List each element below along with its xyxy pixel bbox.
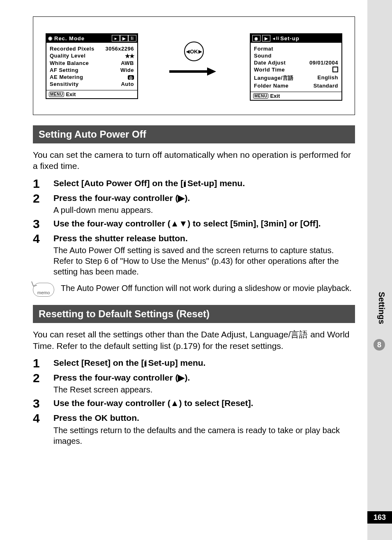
step-body: Use the four-way controller (▲) to selec…: [53, 397, 355, 410]
step-number: 1: [33, 357, 53, 369]
transition-arrow-block: ◀ OK ▶: [169, 42, 219, 75]
step-title: Press the four-way controller (▶).: [53, 192, 355, 204]
step: 1Select [Reset] on the [Iİ Set-up] menu.: [33, 357, 355, 369]
step: 3Use the four-way controller (▲) to sele…: [33, 397, 355, 410]
lcd-row: Format: [254, 45, 338, 52]
step-body: Select [Auto Power Off] on the [Iİ Set-u…: [53, 178, 355, 190]
step-title: Use the four-way controller (▲) to selec…: [53, 397, 355, 409]
step-body: Press the shutter release button.The Aut…: [53, 233, 355, 277]
step-number: 4: [33, 412, 53, 446]
section1-intro: You can set the camera to turn off autom…: [33, 149, 355, 172]
lcd-row-value: ★★: [125, 53, 134, 59]
triangle-left-icon: ◀: [186, 49, 189, 54]
lcd-row-value: English: [318, 74, 338, 82]
step-title: Select [Auto Power Off] on the [Iİ Set-u…: [53, 178, 355, 189]
lcd-row-label: AE Metering: [50, 74, 83, 80]
step-body: Press the OK button.The settings return …: [53, 412, 355, 446]
lcd-row: Language/言語English: [254, 74, 338, 82]
lcd-row-value: ◎: [128, 74, 134, 80]
chapter-number-badge: 8: [374, 339, 385, 351]
step: 2Press the four-way controller (▶).The R…: [33, 372, 355, 395]
step-description: The settings return to the defaults and …: [53, 425, 355, 446]
lcd-row: AE Metering◎: [50, 74, 134, 81]
lcd-row: World Time: [254, 66, 338, 74]
lcd-row-label: World Time: [254, 67, 285, 74]
lcd-row-value: [332, 67, 338, 74]
rec-mode-footer: MENU Exit: [46, 90, 137, 98]
big-arrow-icon: [169, 67, 219, 75]
tab-arrow-icon: ▸: [112, 35, 120, 42]
lcd-row: Sound: [254, 52, 338, 59]
step-title: Use the four-way controller (▲▼) to sele…: [53, 218, 355, 229]
lcd-row: Quality Level★★: [50, 52, 134, 60]
step: 4Press the shutter release button.The Au…: [33, 233, 355, 277]
section2-intro: You can reset all the settings other tha…: [33, 329, 355, 351]
ok-button-icon: ◀ OK ▶: [184, 42, 204, 61]
step-description: The Auto Power Off setting is saved and …: [53, 245, 355, 277]
setup-screen: ◉ ▶ ◂ Ii Set-up FormatSoundDate Adjust09…: [250, 33, 342, 101]
camera-icon: ◉: [48, 35, 53, 41]
setup-titlebar: ◉ ▶ ◂ Ii Set-up: [251, 34, 341, 42]
lcd-row-value: 09/01/2004: [309, 60, 338, 66]
lcd-row-value: Auto: [121, 81, 134, 87]
step-body: Select [Reset] on the [Iİ Set-up] menu.: [53, 357, 355, 369]
lcd-row-value: Standard: [314, 83, 338, 89]
tab-tools-icon: Ii: [128, 35, 136, 42]
lcd-row-label: Format: [254, 46, 273, 52]
sidebar-section-label: Settings: [377, 292, 386, 324]
tools-icon: Iİ: [144, 359, 146, 369]
figure-box: ◉ Rec. Mode ▸ ▶ Ii Recorded Pixels3056x2…: [33, 16, 355, 115]
tab-play-icon: ▶: [120, 35, 128, 42]
lcd-row-label: Quality Level: [50, 53, 85, 59]
arrow-left-icon: ◂: [273, 36, 275, 41]
menu-badge: MENU: [253, 93, 268, 99]
setup-title: Set-up: [280, 35, 299, 42]
lcd-row: AF SettingWide: [50, 67, 134, 74]
tools-icon: Ii: [276, 36, 279, 41]
lcd-row-value: AWB: [121, 60, 134, 66]
rec-mode-titlebar: ◉ Rec. Mode ▸ ▶ Ii: [46, 34, 137, 42]
setup-footer: MENU Exit: [251, 92, 341, 100]
lcd-row-value: Wide: [120, 67, 134, 73]
step-description: The Reset screen appears.: [53, 384, 355, 395]
lcd-row: Date Adjust09/01/2004: [254, 59, 338, 66]
section-header-auto-power-off: Setting Auto Power Off: [33, 125, 355, 143]
lcd-row-label: Recorded Pixels: [50, 46, 95, 52]
page-content: ◉ Rec. Mode ▸ ▶ Ii Recorded Pixels3056x2…: [0, 0, 392, 465]
step-title: Select [Reset] on the [Iİ Set-up] menu.: [53, 357, 355, 369]
step: 2Press the four-way controller (▶).A pul…: [33, 192, 355, 215]
exit-label: Exit: [270, 93, 280, 99]
step-number: 1: [33, 178, 53, 190]
tools-icon: Iİ: [183, 180, 185, 189]
lcd-row: White BalanceAWB: [50, 60, 134, 67]
step-body: Use the four-way controller (▲▼) to sele…: [53, 218, 355, 230]
lcd-row-label: White Balance: [50, 60, 89, 66]
memo-text: The Auto Power Off function will not wor…: [61, 283, 355, 293]
step-title: Press the shutter release button.: [53, 233, 355, 244]
exit-label: Exit: [66, 91, 76, 97]
step-number: 3: [33, 218, 53, 230]
metering-icon: ◎: [128, 75, 134, 80]
step-description: A pull-down menu appears.: [53, 205, 355, 215]
lcd-row: SensitivityAuto: [50, 81, 134, 88]
checkbox-icon: [332, 67, 338, 72]
triangle-right-icon: ▶: [198, 49, 202, 54]
step: 4Press the OK button.The settings return…: [33, 412, 355, 446]
step-number: 2: [33, 372, 53, 395]
lcd-row-label: Language/言語: [254, 74, 294, 82]
tab-play-icon: ▶: [262, 35, 270, 42]
step-number: 4: [33, 233, 53, 277]
lcd-row-label: Date Adjust: [254, 60, 286, 66]
step-number: 3: [33, 397, 53, 410]
step: 3Use the four-way controller (▲▼) to sel…: [33, 218, 355, 230]
step-body: Press the four-way controller (▶).The Re…: [53, 372, 355, 395]
memo-block: memo The Auto Power Off function will no…: [33, 283, 355, 297]
lcd-row: Recorded Pixels3056x2296: [50, 45, 134, 52]
page-number: 163: [367, 511, 392, 524]
ok-label: OK: [190, 48, 198, 55]
sidebar: Settings 8 163: [367, 0, 392, 540]
section-header-reset: Resetting to Default Settings (Reset): [33, 305, 355, 323]
step-title: Press the OK button.: [53, 412, 355, 424]
menu-badge: MENU: [49, 92, 64, 97]
lcd-row-label: Folder Name: [254, 83, 288, 89]
